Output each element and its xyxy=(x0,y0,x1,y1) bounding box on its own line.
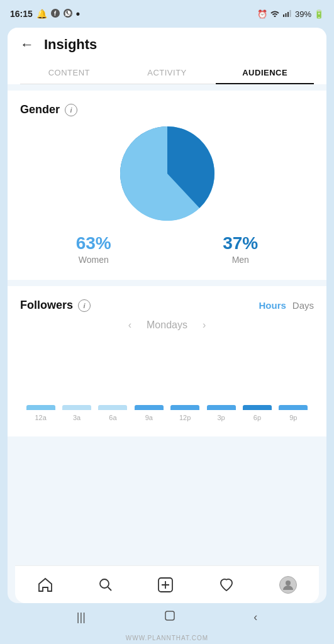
followers-title: Followers xyxy=(20,299,73,312)
svg-rect-2 xyxy=(283,14,284,17)
bar xyxy=(207,405,236,410)
svg-rect-3 xyxy=(285,13,286,17)
whatsapp-icon xyxy=(64,9,72,19)
tab-audience[interactable]: AUDIENCE xyxy=(216,62,314,84)
menu-button[interactable]: ||| xyxy=(77,611,86,624)
add-nav-button[interactable] xyxy=(157,577,174,593)
home-button[interactable] xyxy=(164,609,176,625)
sections: Gender i xyxy=(8,84,326,565)
gender-pie-chart xyxy=(120,126,214,221)
back-button[interactable]: ← xyxy=(20,38,34,52)
facebook-icon xyxy=(51,9,60,19)
profile-nav-button[interactable] xyxy=(279,576,297,594)
status-time: 16:15 xyxy=(10,9,33,19)
main-card: ← Insights CONTENT ACTIVITY AUDIENCE Gen… xyxy=(8,28,326,603)
svg-rect-4 xyxy=(287,12,289,17)
header: ← Insights CONTENT ACTIVITY AUDIENCE xyxy=(8,28,326,84)
toggle-hours-button[interactable]: Hours xyxy=(259,300,286,311)
page-title: Insights xyxy=(44,36,97,53)
gender-section: Gender i xyxy=(8,91,326,280)
bar-col: 6a xyxy=(95,405,131,421)
next-day-button[interactable]: › xyxy=(203,319,206,331)
day-nav: ‹ Mondays › xyxy=(20,319,314,331)
toggle-group: Hours Days xyxy=(259,300,314,311)
bar-col: 9a xyxy=(131,405,167,421)
men-stat: 37% Men xyxy=(223,233,258,265)
tab-content[interactable]: CONTENT xyxy=(20,62,118,84)
bar-col: 3p xyxy=(203,405,239,421)
followers-header: Followers i Hours Days xyxy=(20,299,314,312)
bar-label: 3p xyxy=(217,414,225,421)
svg-rect-15 xyxy=(165,611,174,620)
bar xyxy=(279,405,308,410)
bar-col: 9p xyxy=(276,405,311,421)
bar-col: 6p xyxy=(239,405,275,421)
tabs: CONTENT ACTIVITY AUDIENCE xyxy=(20,62,314,84)
bar xyxy=(26,405,55,410)
bar-col: 3a xyxy=(58,405,94,421)
day-label: Mondays xyxy=(147,319,187,331)
toggle-days-button[interactable]: Days xyxy=(292,300,314,311)
footer: WWW.PLANNTHAT.COM xyxy=(0,631,334,644)
gender-stats: 63% Women 37% Men xyxy=(20,233,314,265)
wifi-icon xyxy=(270,9,280,19)
followers-title-group: Followers i xyxy=(20,299,91,312)
bar-col: 12a xyxy=(23,405,58,421)
bar xyxy=(98,405,127,410)
bar xyxy=(135,405,164,410)
home-nav-button[interactable] xyxy=(37,577,53,592)
svg-point-14 xyxy=(286,580,291,586)
search-nav-button[interactable] xyxy=(98,577,113,592)
svg-rect-5 xyxy=(289,10,291,17)
bar-label: 6a xyxy=(109,414,116,421)
gender-title-row: Gender i xyxy=(20,103,314,116)
status-bar: 16:15 🔔 • ⏰ 39% 🔋 xyxy=(0,0,334,28)
status-left: 16:15 🔔 • xyxy=(10,9,80,19)
followers-section: Followers i Hours Days ‹ Mondays › 12a3a… xyxy=(8,286,326,436)
bar-chart: 12a3a6a9a12p3p6p9p xyxy=(20,346,314,421)
signal-icon xyxy=(282,9,292,19)
bar-label: 9p xyxy=(289,414,297,421)
women-label: Women xyxy=(76,255,111,265)
women-percent: 63% xyxy=(76,233,111,253)
bar-label: 3a xyxy=(73,414,81,421)
bar-label: 6p xyxy=(253,414,261,421)
bell-icon: 🔔 xyxy=(36,9,47,19)
system-nav: ||| ‹ xyxy=(0,603,334,631)
gender-title: Gender xyxy=(20,103,60,116)
bar xyxy=(243,405,272,410)
women-stat: 63% Women xyxy=(76,233,111,265)
bar-label: 9a xyxy=(145,414,153,421)
battery-icon: 🔋 xyxy=(314,9,324,19)
svg-point-9 xyxy=(100,579,109,588)
bar-label: 12a xyxy=(35,414,47,421)
heart-nav-button[interactable] xyxy=(218,577,235,592)
svg-line-10 xyxy=(108,587,111,591)
gender-info-icon[interactable]: i xyxy=(65,104,77,116)
bar-label: 12p xyxy=(179,414,191,421)
bar-col: 12p xyxy=(167,405,203,421)
bar xyxy=(62,405,91,410)
prev-day-button[interactable]: ‹ xyxy=(128,319,131,331)
men-label: Men xyxy=(223,255,258,265)
tab-activity[interactable]: ACTIVITY xyxy=(118,62,216,84)
battery-percent: 39% xyxy=(295,9,311,19)
alarm-icon: ⏰ xyxy=(257,9,267,19)
status-right: ⏰ 39% 🔋 xyxy=(257,9,324,19)
bar xyxy=(170,405,199,410)
men-percent: 37% xyxy=(223,233,258,253)
bottom-nav xyxy=(15,565,319,603)
back-system-button[interactable]: ‹ xyxy=(253,611,257,624)
followers-info-icon[interactable]: i xyxy=(78,299,91,312)
